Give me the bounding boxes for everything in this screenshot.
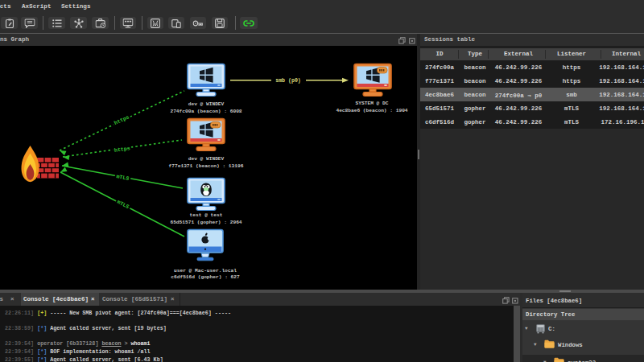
svg-text:mTLS: mTLS — [116, 174, 130, 182]
svg-text:smb (p0): smb (p0) — [275, 78, 301, 84]
svg-text:SYSTEM @ DC: SYSTEM @ DC — [356, 101, 389, 106]
svg-text:user @ Mac-user.local: user @ Mac-user.local — [174, 268, 237, 274]
svg-text:test @ test: test @ test — [190, 212, 223, 218]
svg-text:dev @ WINDEV: dev @ WINDEV — [188, 156, 225, 162]
svg-text:274fc00a (beacon) : 6008: 274fc00a (beacon) : 6008 — [170, 109, 242, 114]
svg-text:4ec8bae6 (beacon) : 1904: 4ec8bae6 (beacon) : 1904 — [336, 108, 407, 113]
svg-text:c6df516d (gopher) : 627: c6df516d (gopher) : 627 — [171, 274, 240, 280]
svg-text:mTLS: mTLS — [116, 200, 130, 211]
svg-text:https: https — [114, 146, 130, 154]
svg-text:dev @ WINDEV: dev @ WINDEV — [188, 101, 225, 107]
svg-text:https: https — [114, 114, 130, 126]
svg-text:65d51571 (gopher) : 2964: 65d51571 (gopher) : 2964 — [170, 220, 242, 225]
svg-text:f77e1371 (beacon) : 13196: f77e1371 (beacon) : 13196 — [169, 163, 244, 169]
